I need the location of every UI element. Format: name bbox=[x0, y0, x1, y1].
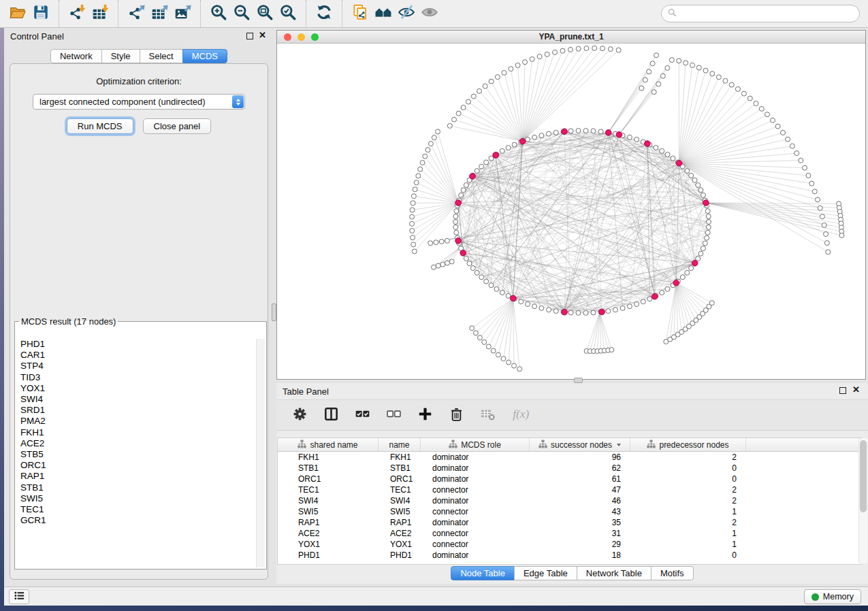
network-node[interactable] bbox=[576, 129, 581, 133]
network-node[interactable] bbox=[449, 259, 454, 264]
table-row[interactable]: YOX1YOX1connector291 bbox=[278, 539, 861, 550]
network-node[interactable] bbox=[456, 111, 461, 116]
network-node[interactable] bbox=[706, 214, 711, 219]
network-node[interactable] bbox=[477, 335, 482, 340]
network-node[interactable] bbox=[467, 261, 472, 266]
memory-button[interactable]: Memory bbox=[804, 589, 861, 604]
network-node[interactable] bbox=[494, 286, 499, 291]
network-node[interactable] bbox=[698, 188, 703, 193]
mcds-node[interactable] bbox=[562, 129, 568, 135]
column-header-successor-nodes[interactable]: successor nodes bbox=[530, 438, 630, 451]
first-neighbors-button[interactable] bbox=[372, 3, 395, 24]
network-node[interactable] bbox=[786, 137, 790, 142]
table-row[interactable]: SWI4SWI4dominator462 bbox=[278, 495, 861, 506]
network-node[interactable] bbox=[583, 129, 588, 133]
network-node[interactable] bbox=[600, 46, 605, 51]
mcds-result-item[interactable]: CAR1 bbox=[20, 350, 255, 361]
mcds-result-item[interactable]: PHD1 bbox=[20, 339, 255, 350]
network-node[interactable] bbox=[665, 152, 670, 157]
network-node[interactable] bbox=[759, 106, 764, 111]
network-node[interactable] bbox=[706, 225, 711, 229]
network-node[interactable] bbox=[641, 299, 645, 304]
mcds-result-item[interactable]: SRD1 bbox=[20, 405, 255, 416]
mcds-result-item[interactable]: SWI4 bbox=[20, 394, 255, 405]
network-node[interactable] bbox=[643, 78, 647, 82]
network-node[interactable] bbox=[412, 249, 417, 254]
mcds-result-item[interactable]: FKH1 bbox=[20, 427, 255, 438]
mcds-result-item[interactable]: STB5 bbox=[20, 449, 255, 460]
network-node[interactable] bbox=[414, 180, 419, 185]
mcds-node[interactable] bbox=[605, 130, 611, 136]
hide-selected-button[interactable] bbox=[395, 3, 418, 24]
network-node[interactable] bbox=[765, 112, 770, 117]
network-node[interactable] bbox=[483, 84, 487, 88]
network-node[interactable] bbox=[671, 156, 675, 161]
mcds-node[interactable] bbox=[673, 280, 679, 286]
mcds-result-item[interactable]: TID3 bbox=[20, 372, 255, 383]
network-node[interactable] bbox=[539, 133, 544, 138]
close-panel-button[interactable]: Close panel bbox=[143, 118, 212, 134]
zoom-selected-button[interactable] bbox=[276, 3, 300, 24]
network-node[interactable] bbox=[710, 71, 715, 76]
optimization-criterion-dropdown[interactable]: largest connected component (undirected) bbox=[33, 94, 245, 110]
network-node[interactable] bbox=[576, 46, 581, 51]
vertical-splitter-handle[interactable] bbox=[272, 303, 276, 321]
save-button[interactable] bbox=[29, 3, 52, 24]
network-node[interactable] bbox=[609, 348, 614, 352]
network-node[interactable] bbox=[692, 178, 697, 182]
network-node[interactable] bbox=[432, 135, 436, 140]
network-node[interactable] bbox=[489, 283, 494, 288]
network-node[interactable] bbox=[826, 250, 831, 254]
network-node[interactable] bbox=[598, 129, 603, 134]
network-node[interactable] bbox=[439, 240, 444, 244]
network-node[interactable] bbox=[716, 75, 721, 80]
network-node[interactable] bbox=[696, 65, 701, 70]
network-node[interactable] bbox=[705, 209, 710, 214]
settings-button[interactable] bbox=[293, 407, 307, 424]
column-header-shared-name[interactable]: shared name bbox=[278, 438, 379, 451]
network-node[interactable] bbox=[470, 266, 475, 271]
network-node[interactable] bbox=[639, 86, 644, 90]
network-node[interactable] bbox=[466, 99, 471, 104]
zoom-out-button[interactable] bbox=[230, 3, 253, 24]
network-node[interactable] bbox=[592, 46, 597, 50]
network-node[interactable] bbox=[685, 169, 690, 174]
refresh-button[interactable] bbox=[312, 3, 336, 24]
network-node[interactable] bbox=[696, 257, 701, 261]
network-node[interactable] bbox=[816, 197, 820, 202]
network-node[interactable] bbox=[553, 130, 558, 135]
mcds-node[interactable] bbox=[460, 250, 466, 257]
export-table-button[interactable] bbox=[148, 3, 171, 24]
network-node[interactable] bbox=[461, 188, 466, 193]
mcds-result-item[interactable]: TEC1 bbox=[20, 504, 255, 515]
network-node[interactable] bbox=[512, 363, 517, 368]
show-all-button[interactable] bbox=[418, 3, 441, 24]
network-node[interactable] bbox=[741, 91, 746, 96]
network-node[interactable] bbox=[701, 246, 705, 251]
run-mcds-button[interactable]: Run MCDS bbox=[67, 118, 133, 134]
network-node[interactable] bbox=[491, 348, 496, 353]
network-node[interactable] bbox=[453, 214, 458, 219]
deselect-all-button[interactable] bbox=[387, 407, 401, 424]
network-node[interactable] bbox=[781, 131, 786, 135]
network-node[interactable] bbox=[677, 59, 681, 63]
network-node[interactable] bbox=[620, 306, 625, 310]
network-node[interactable] bbox=[583, 310, 588, 315]
mcds-node[interactable] bbox=[599, 309, 605, 315]
mcds-node[interactable] bbox=[493, 152, 499, 159]
network-node[interactable] bbox=[723, 78, 728, 83]
network-node[interactable] bbox=[560, 48, 565, 53]
network-node[interactable] bbox=[461, 105, 466, 110]
network-node[interactable] bbox=[436, 263, 440, 268]
mcds-node[interactable] bbox=[616, 132, 622, 138]
window-close-button[interactable] bbox=[284, 33, 291, 41]
network-node[interactable] bbox=[591, 129, 596, 133]
network-node[interactable] bbox=[689, 173, 694, 178]
network-node[interactable] bbox=[532, 304, 537, 309]
network-node[interactable] bbox=[748, 96, 752, 101]
network-node[interactable] bbox=[553, 309, 558, 314]
network-node[interactable] bbox=[506, 146, 511, 150]
network-node[interactable] bbox=[689, 266, 694, 271]
mcds-result-item[interactable]: ORC1 bbox=[20, 460, 255, 471]
table-row[interactable]: PHD1PHD1dominator180 bbox=[278, 550, 861, 561]
